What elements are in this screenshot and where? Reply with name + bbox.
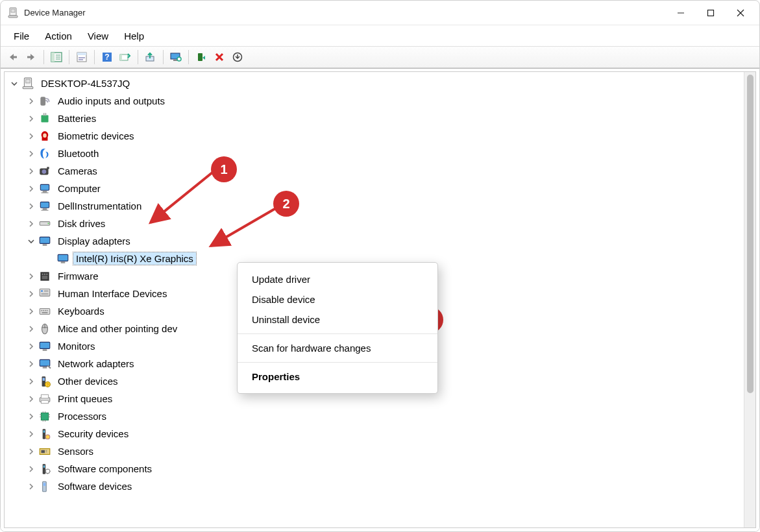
update-driver-icon[interactable] <box>142 49 159 66</box>
scan-changes-icon[interactable] <box>229 49 246 66</box>
close-button[interactable] <box>726 3 755 23</box>
scan-hardware-icon[interactable] <box>117 49 134 66</box>
chevron-right-icon[interactable] <box>25 341 37 352</box>
svg-rect-50 <box>61 261 66 263</box>
svg-rect-17 <box>79 59 83 60</box>
category-icon <box>38 200 51 213</box>
chevron-right-icon[interactable] <box>25 165 37 177</box>
tree-category[interactable]: Software devices <box>5 478 744 495</box>
svg-rect-69 <box>40 342 50 348</box>
chevron-right-icon[interactable] <box>25 411 37 422</box>
window-title: Device Manager <box>24 8 666 18</box>
tree-category[interactable]: Batteries <box>5 110 744 127</box>
category-icon <box>38 287 51 300</box>
category-label: Audio inputs and outputs <box>55 95 167 107</box>
svg-rect-49 <box>58 254 68 261</box>
category-label: Batteries <box>55 112 99 125</box>
svg-rect-78 <box>41 394 48 398</box>
chevron-right-icon[interactable] <box>25 271 37 282</box>
chevron-right-icon[interactable] <box>25 463 37 475</box>
svg-rect-60 <box>40 308 50 314</box>
svg-rect-70 <box>43 349 47 350</box>
svg-rect-24 <box>173 60 177 61</box>
chevron-right-icon[interactable] <box>25 376 37 387</box>
chevron-right-icon[interactable] <box>25 95 37 107</box>
category-icon <box>38 305 51 318</box>
ctx-uninstall-device[interactable]: Uninstall device <box>238 309 437 330</box>
maximize-button[interactable] <box>696 3 726 23</box>
tree-category[interactable]: Disk drives <box>5 215 744 232</box>
show-hide-icon[interactable] <box>48 49 65 66</box>
svg-rect-7 <box>13 56 17 58</box>
tree-category[interactable]: Sensors <box>5 442 744 460</box>
uninstall-device-icon[interactable] <box>211 49 228 66</box>
chevron-right-icon[interactable] <box>25 288 37 300</box>
chevron-right-icon[interactable] <box>25 200 37 212</box>
minimize-button[interactable] <box>666 3 696 23</box>
scrollbar-thumb[interactable] <box>747 75 754 393</box>
forward-button[interactable] <box>23 49 40 66</box>
category-label: Print queues <box>55 393 115 405</box>
svg-rect-8 <box>27 56 31 58</box>
properties-icon[interactable] <box>73 49 90 66</box>
svg-rect-32 <box>41 115 48 122</box>
category-label: Display adapters <box>55 235 133 247</box>
category-icon <box>38 480 51 493</box>
tree-category[interactable]: DellInstrumentation <box>5 197 744 215</box>
chevron-right-icon[interactable] <box>25 218 37 230</box>
chevron-right-icon[interactable] <box>25 130 37 142</box>
chevron-right-icon[interactable] <box>25 323 37 335</box>
tree-category[interactable]: Biometric devices <box>5 127 744 145</box>
chevron-down-icon[interactable] <box>8 78 20 90</box>
menu-file[interactable]: File <box>7 28 36 44</box>
category-icon <box>38 322 51 335</box>
svg-point-57 <box>41 290 43 292</box>
tree-category[interactable]: Display adapters <box>5 232 744 250</box>
svg-rect-15 <box>77 53 86 55</box>
tree-category[interactable]: Security devices <box>5 425 744 442</box>
chevron-down-icon[interactable] <box>25 236 37 247</box>
ctx-update-driver[interactable]: Update driver <box>238 269 437 289</box>
svg-rect-88 <box>45 420 45 421</box>
chevron-right-icon[interactable] <box>25 148 37 160</box>
svg-rect-55 <box>42 275 48 279</box>
chevron-right-icon[interactable] <box>25 393 37 405</box>
tree-category[interactable]: Cameras <box>5 162 744 180</box>
category-label: Processors <box>55 410 109 422</box>
svg-rect-47 <box>40 237 50 243</box>
ctx-properties[interactable]: Properties <box>238 367 437 387</box>
toolbar: ? <box>1 46 759 68</box>
chevron-right-icon[interactable] <box>25 446 37 457</box>
svg-rect-54 <box>46 273 47 274</box>
chevron-right-icon[interactable] <box>25 183 37 195</box>
tree-category[interactable]: Software components <box>5 460 744 478</box>
enable-device-icon[interactable] <box>193 49 210 66</box>
chevron-right-icon[interactable] <box>25 428 37 440</box>
context-menu: Update driver Disable device Uninstall d… <box>237 262 438 394</box>
device-tree[interactable]: DESKTOP-4L537JQ Audio inputs and outputs… <box>5 72 744 527</box>
svg-rect-31 <box>40 97 45 105</box>
menu-view[interactable]: View <box>81 28 115 44</box>
back-button[interactable] <box>5 49 21 66</box>
tree-category[interactable]: Bluetooth <box>5 145 744 162</box>
tree-category[interactable]: Audio inputs and outputs <box>5 92 744 110</box>
category-label: Monitors <box>55 340 98 352</box>
help-icon[interactable]: ? <box>99 49 116 66</box>
tree-category[interactable]: Computer <box>5 180 744 197</box>
ctx-scan-hardware[interactable]: Scan for hardware changes <box>238 338 437 358</box>
titlebar: Device Manager <box>1 1 759 25</box>
svg-rect-29 <box>26 79 31 83</box>
tree-root[interactable]: DESKTOP-4L537JQ <box>5 75 744 92</box>
category-label: Bluetooth <box>55 147 101 160</box>
svg-rect-61 <box>41 309 42 311</box>
scrollbar[interactable] <box>744 72 755 527</box>
ctx-disable-device[interactable]: Disable device <box>238 289 437 309</box>
chevron-right-icon[interactable] <box>25 113 37 125</box>
chevron-right-icon[interactable] <box>25 306 37 317</box>
menu-action[interactable]: Action <box>38 28 79 44</box>
tree-category[interactable]: Processors <box>5 407 744 425</box>
menu-help[interactable]: Help <box>117 28 151 44</box>
chevron-right-icon[interactable] <box>25 481 37 492</box>
chevron-right-icon[interactable] <box>25 358 37 370</box>
monitor-refresh-icon[interactable] <box>167 49 184 66</box>
